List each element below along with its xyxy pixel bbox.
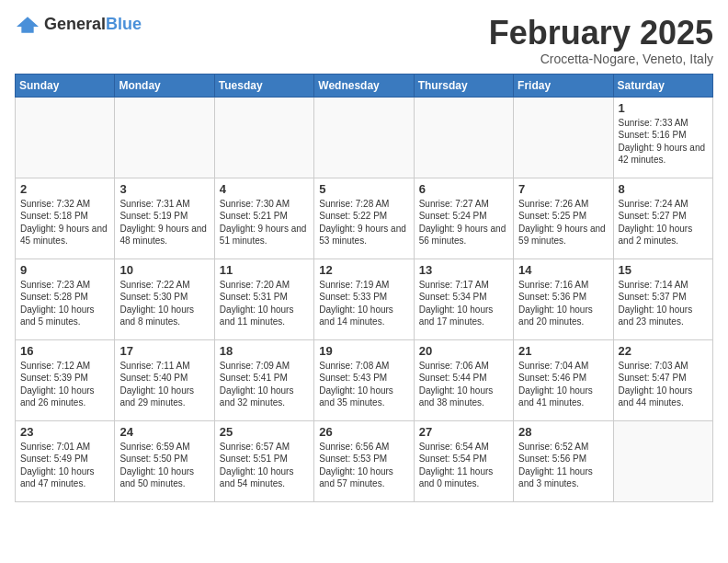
day-number: 11 — [220, 263, 309, 277]
day-number: 25 — [220, 425, 309, 439]
day-number: 5 — [319, 182, 408, 196]
calendar-cell — [414, 97, 513, 178]
calendar-cell: 19Sunrise: 7:08 AM Sunset: 5:43 PM Dayli… — [314, 339, 414, 420]
calendar-cell: 3Sunrise: 7:31 AM Sunset: 5:19 PM Daylig… — [115, 178, 214, 259]
calendar-cell: 13Sunrise: 7:17 AM Sunset: 5:34 PM Dayli… — [414, 259, 513, 339]
day-info: Sunrise: 7:22 AM Sunset: 5:30 PM Dayligh… — [119, 279, 209, 328]
day-info: Sunrise: 7:23 AM Sunset: 5:28 PM Dayligh… — [20, 279, 109, 328]
day-number: 10 — [119, 263, 209, 277]
day-info: Sunrise: 7:24 AM Sunset: 5:27 PM Dayligh… — [619, 198, 708, 247]
day-number: 13 — [419, 263, 508, 277]
calendar-cell: 28Sunrise: 6:52 AM Sunset: 5:56 PM Dayli… — [514, 420, 613, 501]
calendar-header: SundayMondayTuesdayWednesdayThursdayFrid… — [16, 74, 713, 97]
calendar-cell: 27Sunrise: 6:54 AM Sunset: 5:54 PM Dayli… — [414, 420, 513, 501]
week-row-0: 1Sunrise: 7:33 AM Sunset: 5:16 PM Daylig… — [16, 97, 713, 178]
day-number: 16 — [20, 344, 109, 358]
day-info: Sunrise: 7:27 AM Sunset: 5:24 PM Dayligh… — [419, 198, 508, 247]
calendar-cell: 22Sunrise: 7:03 AM Sunset: 5:47 PM Dayli… — [613, 339, 712, 420]
month-title: February 2025 — [489, 15, 713, 52]
day-number: 19 — [319, 344, 408, 358]
day-number: 21 — [518, 344, 608, 358]
day-info: Sunrise: 6:59 AM Sunset: 5:50 PM Dayligh… — [119, 441, 209, 490]
day-number: 6 — [419, 182, 508, 196]
calendar-cell: 11Sunrise: 7:20 AM Sunset: 5:31 PM Dayli… — [214, 259, 313, 339]
logo-blue-text: Blue — [106, 15, 142, 33]
calendar-cell: 23Sunrise: 7:01 AM Sunset: 5:49 PM Dayli… — [16, 420, 115, 501]
day-number: 27 — [419, 425, 508, 439]
day-number: 8 — [619, 182, 708, 196]
day-info: Sunrise: 7:26 AM Sunset: 5:25 PM Dayligh… — [518, 198, 608, 247]
day-info: Sunrise: 7:14 AM Sunset: 5:37 PM Dayligh… — [619, 279, 708, 328]
calendar-cell: 21Sunrise: 7:04 AM Sunset: 5:46 PM Dayli… — [514, 339, 613, 420]
day-number: 14 — [518, 263, 608, 277]
calendar-cell — [613, 420, 712, 501]
day-number: 4 — [220, 182, 309, 196]
calendar-cell: 15Sunrise: 7:14 AM Sunset: 5:37 PM Dayli… — [613, 259, 712, 339]
day-info: Sunrise: 6:54 AM Sunset: 5:54 PM Dayligh… — [419, 441, 508, 490]
calendar-cell: 8Sunrise: 7:24 AM Sunset: 5:27 PM Daylig… — [613, 178, 712, 259]
day-info: Sunrise: 7:28 AM Sunset: 5:22 PM Dayligh… — [319, 198, 408, 247]
calendar-cell: 5Sunrise: 7:28 AM Sunset: 5:22 PM Daylig… — [314, 178, 414, 259]
day-number: 3 — [119, 182, 209, 196]
calendar-cell: 7Sunrise: 7:26 AM Sunset: 5:25 PM Daylig… — [514, 178, 613, 259]
location-text: Crocetta-Nogare, Veneto, Italy — [489, 52, 713, 66]
logo: GeneralBlue — [15, 15, 142, 34]
day-number: 1 — [619, 101, 708, 115]
logo-general-text: General — [44, 15, 106, 33]
week-row-4: 23Sunrise: 7:01 AM Sunset: 5:49 PM Dayli… — [16, 420, 713, 501]
day-info: Sunrise: 7:01 AM Sunset: 5:49 PM Dayligh… — [20, 441, 109, 490]
calendar-cell: 18Sunrise: 7:09 AM Sunset: 5:41 PM Dayli… — [214, 339, 313, 420]
day-number: 12 — [319, 263, 408, 277]
day-info: Sunrise: 7:16 AM Sunset: 5:36 PM Dayligh… — [518, 279, 608, 328]
day-number: 18 — [220, 344, 309, 358]
day-number: 20 — [419, 344, 508, 358]
calendar-cell: 24Sunrise: 6:59 AM Sunset: 5:50 PM Dayli… — [115, 420, 214, 501]
calendar-cell: 9Sunrise: 7:23 AM Sunset: 5:28 PM Daylig… — [16, 259, 115, 339]
day-info: Sunrise: 7:03 AM Sunset: 5:47 PM Dayligh… — [619, 360, 708, 409]
calendar-cell: 12Sunrise: 7:19 AM Sunset: 5:33 PM Dayli… — [314, 259, 414, 339]
svg-marker-0 — [17, 17, 39, 32]
day-number: 24 — [119, 425, 209, 439]
calendar-cell: 17Sunrise: 7:11 AM Sunset: 5:40 PM Dayli… — [115, 339, 214, 420]
header-day-friday: Friday — [514, 74, 613, 97]
calendar-cell: 25Sunrise: 6:57 AM Sunset: 5:51 PM Dayli… — [214, 420, 313, 501]
header-day-thursday: Thursday — [414, 74, 513, 97]
header-day-saturday: Saturday — [613, 74, 712, 97]
day-number: 28 — [518, 425, 608, 439]
header-day-sunday: Sunday — [16, 74, 115, 97]
day-number: 9 — [20, 263, 109, 277]
day-info: Sunrise: 7:06 AM Sunset: 5:44 PM Dayligh… — [419, 360, 508, 409]
header-row: SundayMondayTuesdayWednesdayThursdayFrid… — [16, 74, 713, 97]
day-info: Sunrise: 7:19 AM Sunset: 5:33 PM Dayligh… — [319, 279, 408, 328]
day-info: Sunrise: 7:17 AM Sunset: 5:34 PM Dayligh… — [419, 279, 508, 328]
header-day-wednesday: Wednesday — [314, 74, 414, 97]
calendar-cell — [214, 97, 313, 178]
calendar-cell: 26Sunrise: 6:56 AM Sunset: 5:53 PM Dayli… — [314, 420, 414, 501]
logo-icon — [15, 16, 40, 34]
calendar-cell: 16Sunrise: 7:12 AM Sunset: 5:39 PM Dayli… — [16, 339, 115, 420]
day-info: Sunrise: 7:33 AM Sunset: 5:16 PM Dayligh… — [619, 117, 708, 167]
header-day-tuesday: Tuesday — [214, 74, 313, 97]
calendar-cell: 14Sunrise: 7:16 AM Sunset: 5:36 PM Dayli… — [514, 259, 613, 339]
day-info: Sunrise: 7:30 AM Sunset: 5:21 PM Dayligh… — [220, 198, 309, 247]
day-number: 7 — [518, 182, 608, 196]
day-info: Sunrise: 7:11 AM Sunset: 5:40 PM Dayligh… — [119, 360, 209, 409]
day-number: 22 — [619, 344, 708, 358]
calendar-body: 1Sunrise: 7:33 AM Sunset: 5:16 PM Daylig… — [16, 97, 713, 501]
calendar-table: SundayMondayTuesdayWednesdayThursdayFrid… — [15, 74, 713, 502]
calendar-cell — [314, 97, 414, 178]
calendar-cell — [115, 97, 214, 178]
week-row-3: 16Sunrise: 7:12 AM Sunset: 5:39 PM Dayli… — [16, 339, 713, 420]
day-info: Sunrise: 6:56 AM Sunset: 5:53 PM Dayligh… — [319, 441, 408, 490]
day-info: Sunrise: 7:31 AM Sunset: 5:19 PM Dayligh… — [119, 198, 209, 247]
day-number: 2 — [20, 182, 109, 196]
calendar-cell: 2Sunrise: 7:32 AM Sunset: 5:18 PM Daylig… — [16, 178, 115, 259]
day-info: Sunrise: 7:12 AM Sunset: 5:39 PM Dayligh… — [20, 360, 109, 409]
calendar-cell: 4Sunrise: 7:30 AM Sunset: 5:21 PM Daylig… — [214, 178, 313, 259]
day-info: Sunrise: 7:09 AM Sunset: 5:41 PM Dayligh… — [220, 360, 309, 409]
day-info: Sunrise: 7:08 AM Sunset: 5:43 PM Dayligh… — [319, 360, 408, 409]
day-info: Sunrise: 6:57 AM Sunset: 5:51 PM Dayligh… — [220, 441, 309, 490]
day-number: 17 — [119, 344, 209, 358]
header-day-monday: Monday — [115, 74, 214, 97]
calendar-cell — [514, 97, 613, 178]
